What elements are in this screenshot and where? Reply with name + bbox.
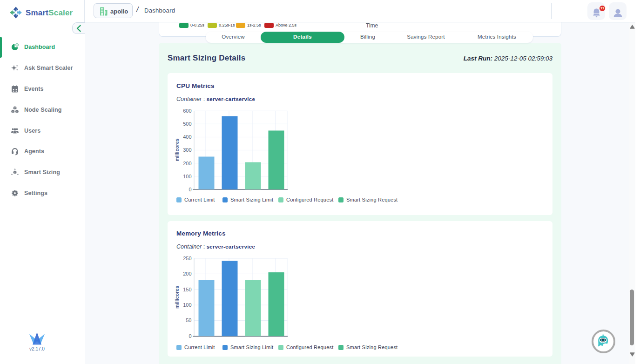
svg-text:600: 600: [183, 108, 191, 114]
svg-text:150: 150: [183, 287, 191, 292]
svg-text:200: 200: [183, 161, 191, 166]
svg-text:0: 0: [189, 333, 191, 339]
svg-text:200: 200: [183, 271, 191, 276]
svg-text:100: 100: [183, 302, 191, 308]
svg-text:300: 300: [183, 147, 191, 153]
svg-text:400: 400: [183, 134, 191, 140]
svg-text:250: 250: [183, 256, 191, 261]
svg-text:0: 0: [189, 187, 191, 192]
svg-text:100: 100: [183, 174, 191, 179]
svg-text:millicores: millicores: [174, 138, 180, 161]
svg-text:500: 500: [183, 121, 191, 127]
svg-text:millicores: millicores: [174, 286, 180, 309]
svg-text:50: 50: [186, 317, 191, 323]
